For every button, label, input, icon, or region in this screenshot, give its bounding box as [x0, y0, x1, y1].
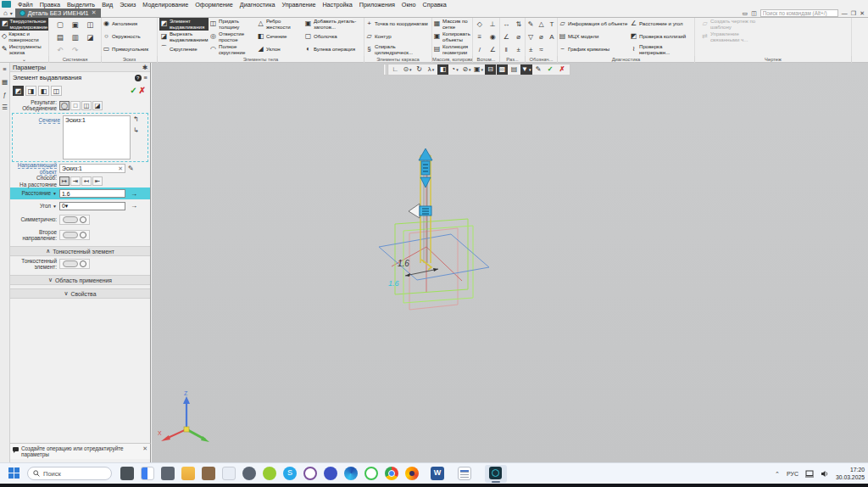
- spiral-button[interactable]: §Спираль цилиндрическ...: [364, 43, 431, 56]
- render-style-icon[interactable]: ◔▾: [449, 64, 460, 75]
- rectangle-button[interactable]: ▭Прямоугольник: [102, 43, 157, 56]
- angle-dropdown-caret[interactable]: ▼: [53, 204, 57, 209]
- mode-sketch-tools[interactable]: ✎Инструменты эскиза: [0, 43, 49, 56]
- variables-fx-icon[interactable]: ƒ: [3, 91, 6, 98]
- fillet-button[interactable]: ⌒Скругление: [159, 43, 209, 56]
- contour-button[interactable]: ▱Контур: [364, 31, 431, 43]
- new-document-icon[interactable]: ▢: [57, 20, 64, 29]
- orientation-icon[interactable]: ↻: [414, 64, 425, 75]
- simple-hole-button[interactable]: ◎Отверстие простое: [209, 31, 256, 43]
- document-tab[interactable]: Деталь БЕЗ ИМЕНИ1 ✕: [15, 8, 101, 18]
- section-item[interactable]: Эскиз:1: [65, 117, 86, 123]
- manage-linked-drawings-button[interactable]: ⇄Управление связанными ч...: [700, 31, 768, 43]
- aux-angle-icon[interactable]: ∠: [490, 46, 496, 53]
- start-button[interactable]: [8, 467, 20, 479]
- section-listbox[interactable]: Эскиз:1: [63, 115, 131, 160]
- marker-icon[interactable]: ⌀: [539, 33, 543, 41]
- group-label-body[interactable]: Элементы тела: [158, 56, 364, 63]
- section-button[interactable]: ◧Сечение: [256, 31, 303, 43]
- help-icon[interactable]: ?: [135, 75, 142, 81]
- firefox-app[interactable]: [405, 467, 419, 480]
- extrude-preview-scene[interactable]: 1.6 1.6: [369, 138, 547, 342]
- whatsapp-app[interactable]: [364, 467, 378, 480]
- menu-help[interactable]: Справка: [423, 1, 447, 8]
- diameter-dim-icon[interactable]: ⌀: [516, 33, 520, 41]
- distance-label[interactable]: Расстояние: [22, 190, 52, 196]
- tolerance-dim-icon[interactable]: ±: [517, 46, 520, 53]
- distance-input[interactable]: 1.6: [59, 189, 125, 198]
- aux-midplane-icon[interactable]: ≡: [477, 33, 481, 41]
- command-search-input[interactable]: [760, 9, 838, 17]
- wave-icon[interactable]: ≈: [539, 46, 542, 53]
- parallel-dim-icon[interactable]: ‖: [505, 46, 508, 53]
- clock[interactable]: 17:20 30.03.2025: [836, 467, 865, 481]
- probe-icon[interactable]: ✎: [533, 64, 544, 75]
- boolean-button[interactable]: ◐Булева операция: [303, 43, 364, 56]
- group-label-sketch[interactable]: Эскиз: [102, 56, 158, 63]
- vertical-dim-icon[interactable]: ⇅: [515, 20, 521, 28]
- filter-icon[interactable]: ▼▾: [520, 64, 531, 75]
- document-app[interactable]: [458, 467, 471, 480]
- display-mode-icon[interactable]: λ▾: [426, 64, 437, 75]
- menu-edit[interactable]: Правка: [40, 1, 60, 8]
- angle-combo[interactable]: 0▾: [59, 202, 125, 210]
- collision-check-button[interactable]: ◩Проверка коллизий: [629, 31, 695, 43]
- toolbox-app[interactable]: [202, 467, 215, 480]
- thicken-button[interactable]: ◫Придать толщину: [209, 18, 256, 31]
- leader-icon[interactable]: ✎: [528, 20, 534, 28]
- reject-icon[interactable]: ✗: [557, 64, 568, 75]
- mass-properties-button[interactable]: ▤МЦХ модели: [558, 31, 629, 43]
- text-icon[interactable]: T: [549, 20, 554, 28]
- cancel-x-button[interactable]: ✗: [139, 86, 146, 95]
- restore-button[interactable]: ❐: [851, 10, 856, 17]
- aux-axis-icon[interactable]: ⊥: [490, 20, 496, 28]
- thin-wall-toggle[interactable]: [59, 259, 90, 269]
- open-document-icon[interactable]: ▣: [71, 20, 78, 29]
- layout-toggle-icon[interactable]: ▭: [743, 10, 748, 17]
- method-to-nearest-icon[interactable]: ⇤: [92, 176, 103, 186]
- mode-wireframe-surfaces[interactable]: ◇Каркас и поверхности: [0, 31, 49, 43]
- pick-next-icon[interactable]: ↳: [133, 126, 139, 134]
- distance-angle-button[interactable]: ∠Расстояние и угол: [629, 18, 695, 31]
- hide-objects-icon[interactable]: ⊘▾: [461, 64, 472, 75]
- angle-dim-icon[interactable]: ∠: [504, 33, 509, 41]
- save-icon[interactable]: ◫: [86, 20, 93, 29]
- calculator-app[interactable]: [161, 467, 175, 480]
- drag-arrow-down[interactable]: [420, 177, 431, 188]
- clear-field-icon[interactable]: ✕: [118, 165, 123, 172]
- datum-icon[interactable]: △: [538, 20, 543, 28]
- curvature-graph-button[interactable]: ~График кривизны: [558, 43, 629, 56]
- menu-file[interactable]: Файл: [18, 1, 33, 8]
- tolerance-frame-icon[interactable]: ±: [529, 46, 532, 53]
- guide-object-link[interactable]: Направляющий объект: [18, 162, 57, 175]
- letter-icon[interactable]: A: [549, 33, 554, 41]
- minimize-button[interactable]: —: [842, 10, 848, 16]
- aux-plane-icon[interactable]: ◇: [477, 20, 482, 28]
- word-app[interactable]: W: [431, 467, 444, 480]
- result-subtract-icon[interactable]: ◫: [81, 101, 92, 110]
- menu-management[interactable]: Управление: [281, 1, 315, 8]
- group-label-dimensions[interactable]: Раз...: [500, 56, 526, 63]
- taskbar-search-input[interactable]: [43, 470, 103, 478]
- linear-dim-icon[interactable]: ↔: [503, 20, 509, 28]
- object-info-button[interactable]: ▱Информация об объекте: [558, 18, 629, 31]
- roughness-icon[interactable]: ▽: [528, 33, 533, 41]
- undo-icon[interactable]: ↶: [57, 46, 63, 54]
- widgets-button[interactable]: [141, 467, 154, 480]
- create-drawing-template-button[interactable]: ▱Создать чертеж по шаблону: [700, 18, 768, 31]
- menu-applications[interactable]: Приложения: [359, 1, 395, 8]
- pick-guide-icon[interactable]: ✎: [128, 165, 134, 172]
- extrude-element-button[interactable]: ◩Элемент выдавливания: [159, 18, 209, 31]
- layers-grid-icon[interactable]: ▦: [2, 78, 8, 86]
- device-icon[interactable]: [805, 470, 814, 478]
- symmetric-toggle[interactable]: [59, 215, 90, 225]
- scene-list-icon[interactable]: ▤: [509, 64, 520, 75]
- section-view-icon[interactable]: ⊟: [485, 64, 496, 75]
- add-part-blank-button[interactable]: ▣Добавить деталь-заготов...: [303, 18, 364, 31]
- zoom-tool-icon[interactable]: ⊙▾: [402, 64, 413, 75]
- coordinate-system-icon[interactable]: ∟: [390, 64, 401, 75]
- shaded-view-icon[interactable]: ◧: [437, 64, 448, 75]
- menu-settings[interactable]: Настройка: [322, 1, 352, 8]
- rib-button[interactable]: △Ребро жесткости: [256, 18, 303, 31]
- op-extrude-icon[interactable]: ◩: [13, 86, 24, 96]
